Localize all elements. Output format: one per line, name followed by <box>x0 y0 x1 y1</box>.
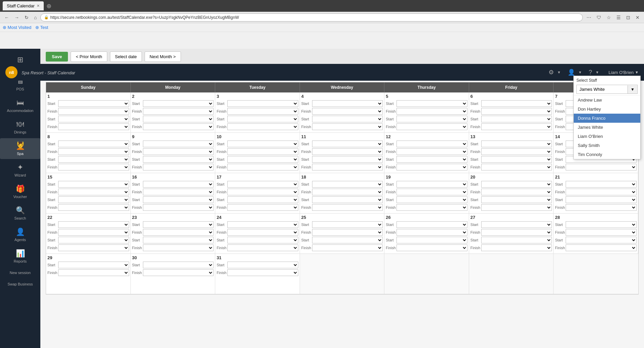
back-button[interactable]: ← <box>3 14 11 21</box>
day-25-start1[interactable] <box>312 221 383 228</box>
bookmark-test[interactable]: ⊛ Test <box>35 25 48 30</box>
day-28-finish2[interactable] <box>566 244 637 251</box>
close-btn[interactable]: ✕ <box>634 14 641 21</box>
day-8-start2[interactable] <box>58 156 129 163</box>
day-13-start1[interactable] <box>481 141 552 147</box>
browser-tab[interactable]: Staff Calendar ✕ <box>3 1 44 10</box>
day-11-finish2[interactable] <box>312 164 383 170</box>
day-1-start2[interactable] <box>58 116 129 122</box>
day-4-finish2[interactable] <box>312 123 383 130</box>
day-1-finish2[interactable] <box>58 123 129 130</box>
day-12-finish1[interactable] <box>396 148 467 155</box>
sidebar-item-accommodation[interactable]: 🛏 Accommodation <box>0 95 40 116</box>
day-29-start1[interactable] <box>58 262 129 268</box>
day-13-finish2[interactable] <box>481 164 552 170</box>
select-staff-dropdown-button[interactable]: ▼ <box>628 85 637 93</box>
day-15-finish1[interactable] <box>58 189 129 195</box>
menu-button[interactable]: ☰ <box>615 14 622 21</box>
day-15-finish2[interactable] <box>58 204 129 211</box>
day-8-start1[interactable] <box>58 141 129 147</box>
day-6-start1[interactable] <box>481 100 552 107</box>
day-24-finish2[interactable] <box>227 244 298 251</box>
day-8-finish2[interactable] <box>58 164 129 170</box>
day-31-start1[interactable] <box>227 262 298 268</box>
new-tab-button[interactable]: ⊕ <box>46 2 51 10</box>
day-30-start1[interactable] <box>143 262 214 268</box>
select-date-button[interactable]: Select date <box>110 51 142 62</box>
user-dropdown-icon[interactable]: ▼ <box>578 70 582 74</box>
day-27-finish1[interactable] <box>481 229 552 236</box>
day-17-start2[interactable] <box>227 196 298 203</box>
day-9-finish1[interactable] <box>143 148 214 155</box>
help-icon[interactable]: ? <box>589 69 592 76</box>
settings-icon[interactable]: ⚙ <box>548 69 554 76</box>
day-20-start2[interactable] <box>481 196 552 203</box>
next-month-button[interactable]: Next Month > <box>145 51 181 62</box>
day-22-finish2[interactable] <box>58 244 129 251</box>
day-24-finish1[interactable] <box>227 229 298 236</box>
day-17-start1[interactable] <box>227 181 298 188</box>
day-2-start1[interactable] <box>143 100 214 107</box>
staff-option-andrew-law[interactable]: Andrew Law <box>574 95 640 105</box>
day-22-finish1[interactable] <box>58 229 129 236</box>
sidebar-item-wizard[interactable]: ✦ Wizard <box>0 160 40 181</box>
day-11-start1[interactable] <box>312 141 383 147</box>
sidebar-item-dinings[interactable]: 🍽 Dinings <box>0 117 40 138</box>
day-19-start2[interactable] <box>396 196 467 203</box>
staff-option-sally-smith[interactable]: Sally Smith <box>574 141 640 150</box>
day-16-finish2[interactable] <box>143 204 214 211</box>
day-8-finish1[interactable] <box>58 148 129 155</box>
day-12-start1[interactable] <box>396 141 467 147</box>
day-26-finish1[interactable] <box>396 229 467 236</box>
day-3-start1[interactable] <box>227 100 298 107</box>
staff-option-liam-obrien[interactable]: Liam O'Brien <box>574 132 640 141</box>
day-5-finish1[interactable] <box>396 108 467 115</box>
day-29-finish1[interactable] <box>58 269 129 276</box>
user-icon[interactable]: 👤 <box>568 69 575 76</box>
day-16-start2[interactable] <box>143 196 214 203</box>
day-17-finish2[interactable] <box>227 204 298 211</box>
day-3-finish1[interactable] <box>227 108 298 115</box>
day-27-start2[interactable] <box>481 237 552 243</box>
day-21-finish1[interactable] <box>566 189 637 195</box>
sidebar-item-swap-business[interactable]: Swap Business <box>0 279 40 289</box>
day-21-start2[interactable] <box>566 196 637 203</box>
day-23-start1[interactable] <box>143 221 214 228</box>
day-23-finish2[interactable] <box>143 244 214 251</box>
day-6-finish1[interactable] <box>481 108 552 115</box>
day-26-start1[interactable] <box>396 221 467 228</box>
day-6-start2[interactable] <box>481 116 552 122</box>
day-9-finish2[interactable] <box>143 164 214 170</box>
day-5-start1[interactable] <box>396 100 467 107</box>
staff-option-donna-franco[interactable]: Donna Franco <box>574 114 640 123</box>
day-24-start1[interactable] <box>227 221 298 228</box>
day-3-finish2[interactable] <box>227 123 298 130</box>
day-25-start2[interactable] <box>312 237 383 243</box>
sidebar-item-reports[interactable]: 📊 Reports <box>0 246 40 267</box>
day-25-finish2[interactable] <box>312 244 383 251</box>
day-13-start2[interactable] <box>481 156 552 163</box>
day-2-finish1[interactable] <box>143 108 214 115</box>
day-21-finish2[interactable] <box>566 204 637 211</box>
tab-close-button[interactable]: ✕ <box>37 4 40 8</box>
address-bar[interactable]: 🔒 https://secure.netbookings.com.au/test… <box>40 13 583 22</box>
day-20-start1[interactable] <box>481 181 552 188</box>
day-16-start1[interactable] <box>143 181 214 188</box>
day-30-finish1[interactable] <box>143 269 214 276</box>
day-26-start2[interactable] <box>396 237 467 243</box>
day-18-start1[interactable] <box>312 181 383 188</box>
day-25-finish1[interactable] <box>312 229 383 236</box>
day-3-start2[interactable] <box>227 116 298 122</box>
shield-button[interactable]: 🛡 <box>595 14 603 21</box>
save-button[interactable]: Save <box>46 52 68 62</box>
day-23-finish1[interactable] <box>143 229 214 236</box>
day-16-finish1[interactable] <box>143 189 214 195</box>
day-10-finish1[interactable] <box>227 148 298 155</box>
staff-option-don-hartley[interactable]: Don Hartley <box>574 105 640 114</box>
day-23-start2[interactable] <box>143 237 214 243</box>
forward-button[interactable]: → <box>13 14 21 21</box>
day-18-finish1[interactable] <box>312 189 383 195</box>
day-27-finish2[interactable] <box>481 244 552 251</box>
day-17-finish1[interactable] <box>227 189 298 195</box>
select-staff-input[interactable]: James White ▼ <box>576 85 638 94</box>
